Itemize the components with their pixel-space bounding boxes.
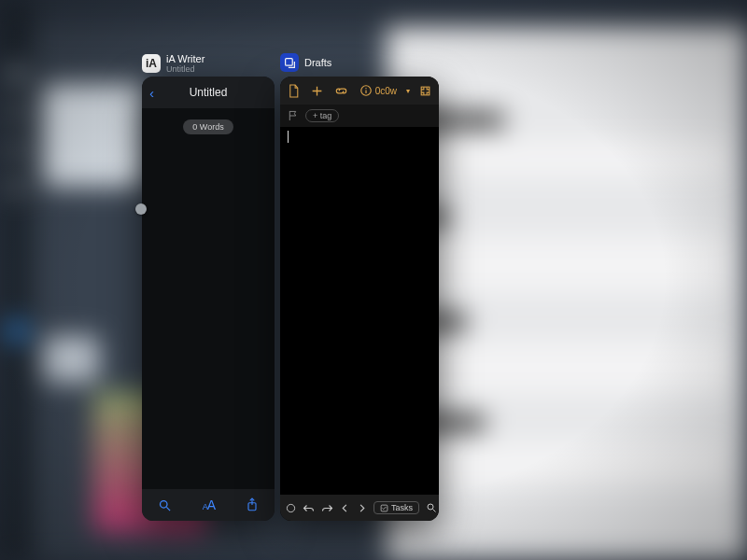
svg-point-8 bbox=[365, 88, 366, 89]
redo-icon[interactable] bbox=[321, 503, 333, 513]
link-icon[interactable] bbox=[334, 85, 348, 97]
svg-point-1 bbox=[160, 500, 167, 508]
drafts-window[interactable]: 0c0w ▾ + tag Tasks bbox=[280, 77, 439, 521]
back-button[interactable]: ‹ bbox=[149, 85, 154, 101]
app-name: iA Writer bbox=[166, 53, 204, 65]
split-view-grabber[interactable] bbox=[135, 203, 147, 215]
app-label-iawriter[interactable]: iA iA Writer Untitled bbox=[142, 53, 204, 74]
tasks-button[interactable]: Tasks bbox=[374, 501, 419, 514]
search-icon[interactable] bbox=[158, 498, 172, 512]
char-word-counter[interactable]: 0c0w bbox=[375, 86, 397, 96]
add-icon[interactable] bbox=[311, 85, 323, 97]
undo-icon[interactable] bbox=[303, 503, 315, 513]
document-title: Untitled bbox=[190, 86, 228, 99]
svg-point-13 bbox=[428, 504, 433, 510]
text-cursor bbox=[288, 131, 289, 143]
drafts-editor[interactable] bbox=[280, 127, 439, 495]
flag-icon[interactable] bbox=[288, 110, 298, 121]
iawriter-window[interactable]: ‹ Untitled 0 Words AA bbox=[142, 77, 275, 521]
drafts-tag-row: + tag bbox=[280, 105, 439, 127]
record-icon[interactable] bbox=[286, 503, 296, 513]
svg-rect-0 bbox=[285, 58, 292, 65]
app-subtitle: Untitled bbox=[166, 65, 204, 74]
iawriter-titlebar: ‹ Untitled bbox=[142, 77, 275, 108]
iawriter-toolbar: AA bbox=[142, 489, 275, 521]
info-icon[interactable] bbox=[359, 84, 373, 97]
drafts-app-icon bbox=[280, 53, 299, 72]
find-icon[interactable] bbox=[426, 502, 437, 513]
cursor-left-icon[interactable] bbox=[340, 503, 350, 513]
app-label-drafts[interactable]: Drafts bbox=[280, 53, 331, 72]
svg-rect-10 bbox=[421, 87, 430, 95]
font-size-icon[interactable]: AA bbox=[203, 497, 215, 512]
svg-line-14 bbox=[433, 510, 436, 512]
drafts-toolbar: 0c0w ▾ bbox=[280, 77, 439, 105]
svg-point-11 bbox=[287, 504, 294, 511]
new-draft-icon[interactable] bbox=[288, 84, 300, 98]
focus-mode-icon[interactable] bbox=[419, 85, 431, 97]
drafts-bottom-bar: Tasks bbox=[280, 495, 439, 521]
cursor-right-icon[interactable] bbox=[357, 503, 367, 513]
iawriter-editor[interactable]: 0 Words bbox=[142, 108, 275, 489]
iawriter-app-icon: iA bbox=[142, 54, 161, 73]
tasks-label: Tasks bbox=[391, 503, 413, 512]
app-name: Drafts bbox=[304, 57, 331, 68]
svg-line-2 bbox=[166, 507, 170, 511]
add-tag-button[interactable]: + tag bbox=[305, 109, 339, 122]
word-count-badge: 0 Words bbox=[183, 119, 233, 134]
share-icon[interactable] bbox=[246, 497, 259, 512]
